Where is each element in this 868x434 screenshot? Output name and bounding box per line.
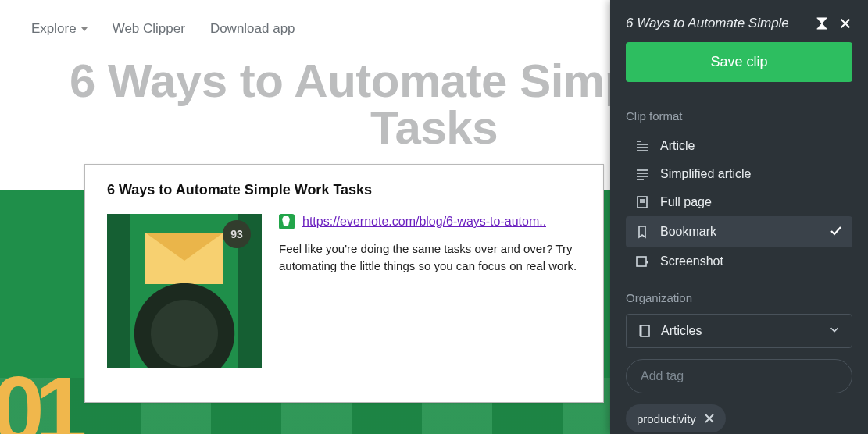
- tag-label: productivity: [637, 412, 696, 425]
- clip-format-list: Article Simplified article Full page Boo…: [626, 132, 852, 276]
- hero-art-number: 01: [0, 356, 77, 434]
- hourglass-icon[interactable]: [815, 16, 829, 30]
- format-article[interactable]: Article: [626, 132, 852, 160]
- card-excerpt: Feel like you're doing the same tasks ov…: [279, 240, 581, 275]
- format-simplified-label: Simplified article: [660, 167, 751, 181]
- clipper-panel: 6 Ways to Automate Simple Save clip Clip…: [610, 0, 868, 434]
- close-icon[interactable]: [838, 16, 852, 30]
- spacer: [626, 276, 852, 291]
- panel-header: 6 Ways to Automate Simple: [626, 0, 852, 42]
- format-article-label: Article: [660, 139, 695, 153]
- format-bookmark[interactable]: Bookmark: [626, 216, 852, 247]
- format-simplified-article[interactable]: Simplified article: [626, 160, 852, 188]
- simplified-article-icon: [635, 167, 649, 181]
- full-page-icon: [635, 195, 649, 209]
- panel-title: 6 Ways to Automate Simple: [626, 16, 805, 31]
- card-url-row: https://evernote.com/blog/6-ways-to-auto…: [279, 214, 581, 229]
- nav-explore[interactable]: Explore: [31, 21, 88, 37]
- evernote-icon: [279, 214, 295, 229]
- organization-label: Organization: [626, 291, 852, 304]
- article-icon: [635, 139, 649, 153]
- tag-pill: productivity: [626, 404, 726, 432]
- add-tag-placeholder: Add tag: [641, 369, 684, 383]
- format-full-page-label: Full page: [660, 195, 712, 209]
- nav-web-clipper[interactable]: Web Clipper: [113, 21, 185, 37]
- svg-marker-1: [817, 23, 827, 29]
- card-title: 6 Ways to Automate Simple Work Tasks: [107, 182, 581, 198]
- format-bookmark-label: Bookmark: [660, 225, 716, 239]
- screenshot-icon: [635, 254, 649, 269]
- divider: [626, 98, 852, 98]
- bookmark-icon: [635, 225, 649, 239]
- remove-tag-icon[interactable]: [704, 413, 715, 424]
- svg-rect-15: [637, 257, 646, 266]
- save-clip-button[interactable]: Save clip: [626, 42, 852, 82]
- card-text: https://evernote.com/blog/6-ways-to-auto…: [279, 214, 581, 368]
- svg-marker-0: [817, 18, 827, 23]
- add-tag-input[interactable]: Add tag: [626, 359, 852, 393]
- gear-icon: [126, 275, 243, 368]
- nav-download[interactable]: Download app: [210, 21, 295, 37]
- format-screenshot-label: Screenshot: [660, 254, 723, 269]
- checkmark-icon: [829, 223, 843, 240]
- thumb-badge: 93: [223, 220, 251, 248]
- bookmark-preview-card: 6 Ways to Automate Simple Work Tasks 93 …: [84, 164, 604, 403]
- svg-rect-18: [641, 326, 649, 336]
- format-full-page[interactable]: Full page: [626, 188, 852, 216]
- notebook-select[interactable]: Articles: [626, 314, 852, 348]
- notebook-icon: [638, 324, 652, 338]
- nav-left: Explore Web Clipper Download app: [31, 21, 295, 37]
- card-body: 93 https://evernote.com/blog/6-ways-to-a…: [107, 214, 581, 368]
- card-thumbnail: 93: [107, 214, 262, 368]
- clip-format-label: Clip format: [626, 109, 852, 123]
- nav-explore-label: Explore: [31, 21, 77, 37]
- card-url-link[interactable]: https://evernote.com/blog/6-ways-to-auto…: [302, 215, 546, 229]
- chevron-down-icon: [828, 323, 841, 339]
- chevron-down-icon: [81, 27, 88, 31]
- notebook-selected-label: Articles: [661, 324, 702, 338]
- format-screenshot[interactable]: Screenshot: [626, 247, 852, 276]
